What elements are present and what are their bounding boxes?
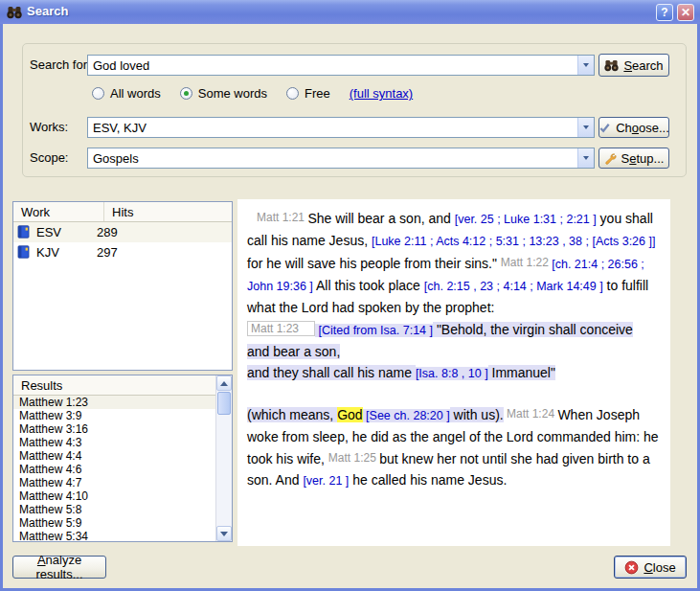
- arrow-down-icon: [220, 532, 228, 536]
- result-item[interactable]: Matthew 4:7: [13, 476, 215, 489]
- title-bar: Search ? ✕: [0, 0, 700, 24]
- help-button[interactable]: ?: [656, 4, 673, 21]
- cross-reference-link[interactable]: [ch. 2:15 , 23 ; 4:14 ; Mark 14:49 ]: [424, 280, 603, 293]
- verse-text: with us).: [450, 407, 504, 422]
- scroll-down-button[interactable]: [216, 526, 232, 541]
- scrollbar-thumb[interactable]: [217, 392, 231, 415]
- radio-all-words[interactable]: All words: [92, 86, 161, 101]
- chevron-down-icon: [583, 125, 589, 129]
- cross-reference-link[interactable]: [Cited from Isa. 7:14 ]: [315, 324, 433, 337]
- verse-number-label: Matt 1:22: [501, 256, 552, 269]
- verse-text: (which means,: [247, 407, 337, 422]
- search-input[interactable]: [88, 56, 577, 75]
- arrow-up-icon: [220, 381, 228, 386]
- verse-number-label: Matt 1:25: [328, 451, 379, 465]
- work-name: ESV: [36, 225, 97, 239]
- search-for-combobox[interactable]: [87, 55, 595, 76]
- radio-label: Free: [305, 86, 330, 101]
- verse-text: She will bear a son, and: [307, 211, 454, 226]
- work-column-header[interactable]: Work: [13, 202, 104, 221]
- hit-count: 297: [97, 245, 118, 260]
- result-item[interactable]: Matthew 5:9: [13, 516, 215, 530]
- checkmark-icon: [598, 122, 611, 134]
- work-hits-body: ESV289KJV297: [13, 222, 232, 262]
- verse-paragraph: Matt 1:21 She will bear a son, and [ver.…: [247, 207, 659, 318]
- scope-label: Scope:: [30, 148, 68, 169]
- verse-text: and they shall call his name: [247, 365, 416, 380]
- search-options-group: Search for:: [22, 43, 687, 177]
- close-button-label: Close: [644, 560, 675, 575]
- setup-button-label: Setup...: [621, 151, 665, 166]
- result-item[interactable]: Matthew 3:9: [13, 409, 215, 422]
- chevron-down-icon: [583, 156, 589, 160]
- cross-reference-link[interactable]: [See ch. 28:20 ]: [363, 409, 450, 422]
- result-item[interactable]: Matthew 4:4: [13, 449, 215, 463]
- work-hits-header: Work Hits: [13, 202, 232, 222]
- scroll-up-button[interactable]: [216, 375, 232, 391]
- works-label: Works:: [30, 117, 68, 138]
- cross-reference-link[interactable]: [Isa. 8:8 , 10 ]: [416, 367, 488, 380]
- cross-reference-link[interactable]: [Luke 2:11 ; Acts 4:12 ; 5:31 ; 13:23 , …: [372, 235, 655, 248]
- verse-preview-pane: Matt 1:21 She will bear a son, and [ver.…: [237, 199, 670, 546]
- search-button[interactable]: Search: [598, 54, 669, 77]
- cross-reference-link[interactable]: [ver. 21 ]: [303, 474, 349, 488]
- radio-button-icon: [180, 87, 192, 100]
- scope-input[interactable]: [88, 148, 577, 168]
- radio-button-icon: [286, 87, 299, 100]
- verse-number-label: Matt 1:23: [247, 321, 315, 336]
- verse-text: he called his name Jesus.: [349, 472, 507, 488]
- close-button[interactable]: Close: [614, 556, 687, 579]
- work-name: KJV: [36, 245, 97, 260]
- hit-count: 289: [97, 225, 118, 239]
- analyze-button-label: Analyze results...: [13, 553, 105, 581]
- work-hits-panel: Work Hits ESV289KJV297: [12, 201, 233, 371]
- radio-some-words[interactable]: Some words: [180, 86, 267, 101]
- scope-combo-dropdown-button[interactable]: [577, 148, 594, 168]
- verse-text: Immanuel": [488, 365, 555, 380]
- search-hit-highlight: God: [337, 407, 362, 422]
- verse-number-label: Matt 1:24: [504, 407, 558, 421]
- dialog-client-area: Search for:: [3, 24, 697, 588]
- book-icon: [17, 225, 31, 239]
- result-item[interactable]: Matthew 5:8: [13, 503, 215, 516]
- result-item[interactable]: Matthew 4:10: [13, 489, 215, 503]
- search-for-label: Search for:: [30, 55, 91, 76]
- window-close-button[interactable]: ✕: [677, 4, 694, 21]
- work-hits-row[interactable]: ESV289: [13, 222, 232, 242]
- result-item[interactable]: Matthew 3:16: [13, 422, 215, 436]
- radio-button-icon: [92, 87, 104, 100]
- result-item[interactable]: Matthew 4:6: [13, 463, 215, 476]
- verse-paragraph: Matt 1:23 [Cited from Isa. 7:14 ] "Behol…: [247, 318, 659, 384]
- works-input[interactable]: [88, 118, 577, 137]
- hits-column-header[interactable]: Hits: [104, 205, 133, 219]
- binoculars-icon: [7, 6, 22, 19]
- result-item[interactable]: Matthew 4:3: [13, 436, 215, 449]
- verse-text: for he will save his people from their s…: [247, 256, 501, 271]
- radio-label: Some words: [198, 86, 267, 101]
- search-dialog-window: Search ? ✕ Search for:: [0, 0, 700, 591]
- setup-scope-button[interactable]: Setup...: [598, 148, 669, 169]
- binoculars-icon: [604, 59, 619, 72]
- result-item[interactable]: Matthew 1:23: [13, 396, 215, 409]
- works-combobox[interactable]: [87, 117, 595, 138]
- choose-button-label: Choose...: [616, 121, 669, 135]
- radio-free[interactable]: Free: [286, 86, 330, 101]
- window-title: Search: [27, 4, 68, 18]
- analyze-results-button[interactable]: Analyze results...: [12, 556, 106, 579]
- cross-reference-link[interactable]: [ver. 25 ; Luke 1:31 ; 2:21 ]: [455, 213, 597, 226]
- verse-number-label: Matt 1:21: [257, 211, 307, 224]
- work-hits-row[interactable]: KJV297: [13, 242, 232, 262]
- search-button-label: Search: [623, 58, 663, 73]
- results-scrollbar[interactable]: [215, 375, 232, 541]
- result-item[interactable]: Matthew 5:34: [13, 530, 215, 541]
- search-modes: All wordsSome wordsFree(full syntax): [92, 86, 413, 101]
- choose-works-button[interactable]: Choose...: [598, 117, 669, 138]
- verse-paragraph: (which means, God [See ch. 28:20 ] with …: [247, 403, 659, 491]
- works-combo-dropdown-button[interactable]: [577, 118, 594, 137]
- search-combo-dropdown-button[interactable]: [577, 56, 594, 75]
- results-header: Results: [13, 375, 232, 396]
- scope-combobox[interactable]: [87, 148, 595, 169]
- full-syntax-link[interactable]: (full syntax): [350, 86, 413, 101]
- results-list: Matthew 1:23Matthew 3:9Matthew 3:16Matth…: [13, 396, 215, 541]
- chevron-down-icon: [583, 63, 589, 67]
